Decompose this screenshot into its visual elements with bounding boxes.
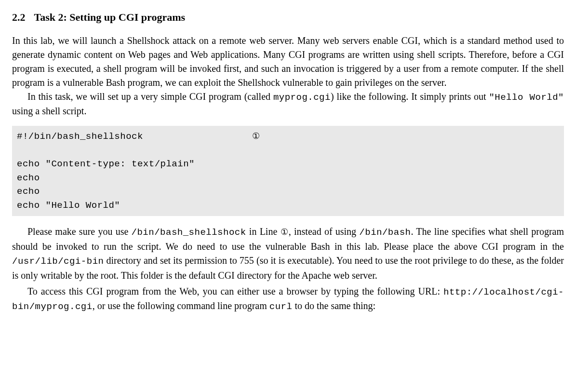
paragraph-4: To access this CGI program from the Web,… xyxy=(12,284,564,314)
text-run: To access this CGI program from the Web,… xyxy=(27,286,443,297)
inline-code: myprog.cgi xyxy=(273,92,331,103)
paragraph-2: In this task, we will set up a very simp… xyxy=(12,90,564,119)
text-run: , instead of using xyxy=(289,226,360,237)
text-run: , or use the following command line prog… xyxy=(93,300,269,311)
line-marker-icon: ① xyxy=(252,132,260,141)
section-title: Task 2: Setting up CGI programs xyxy=(34,11,186,23)
section-number: 2.2 xyxy=(12,11,26,23)
text-run: In this task, we will set up a very simp… xyxy=(27,91,273,102)
inline-code: "Hello World" xyxy=(489,92,564,103)
inline-code: /bin/bash_shellshock xyxy=(132,227,246,238)
text-run: Please make sure you use xyxy=(27,226,132,237)
section-heading: 2.2Task 2: Setting up CGI programs xyxy=(12,10,564,25)
paragraph-3: Please make sure you use /bin/bash_shell… xyxy=(12,225,564,282)
code-line: echo xyxy=(17,186,40,197)
paragraph-1: In this lab, we will launch a Shellshock… xyxy=(12,34,564,90)
text-run: in Line xyxy=(246,226,281,237)
line-marker-icon: ① xyxy=(281,227,289,237)
inline-code: curl xyxy=(269,301,293,312)
text-run: using a shell script. xyxy=(12,106,86,116)
text-run: ) like the following. It simply prints o… xyxy=(331,91,489,102)
inline-code: /usr/lib/cgi-bin xyxy=(12,256,104,267)
text-run: to do the same thing: xyxy=(292,300,375,311)
code-line: echo xyxy=(17,173,40,183)
inline-code: /bin/bash xyxy=(359,227,411,238)
code-line: echo "Content-type: text/plain" xyxy=(17,159,195,169)
code-block: #!/bin/bash_shellshock ① echo "Content-t… xyxy=(12,126,564,216)
code-line-shebang: #!/bin/bash_shellshock xyxy=(17,131,143,142)
code-line: echo "Hello World" xyxy=(17,200,120,211)
